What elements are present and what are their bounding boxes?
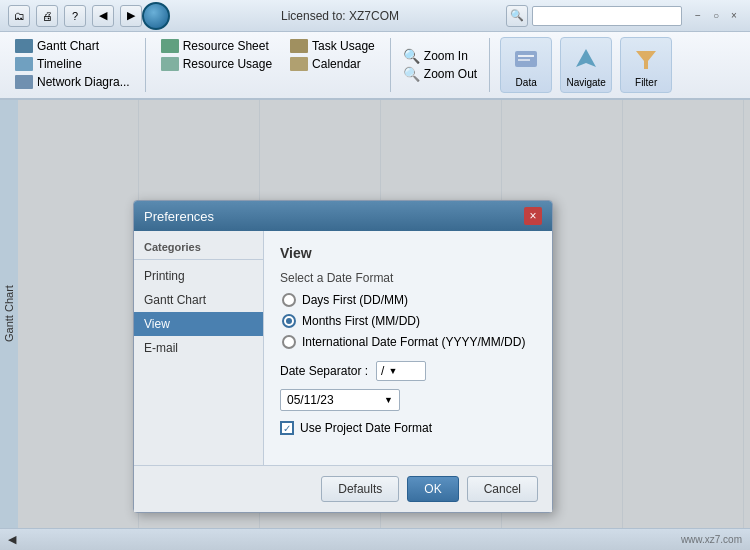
app-logo [142,2,170,30]
radio-group: Days First (DD/MM) Months First (MM/DD) [282,293,536,349]
svg-marker-3 [576,49,596,67]
date-preview-dropdown[interactable]: 05/11/23 ▼ [280,389,400,411]
navigate-button[interactable]: Navigate [560,37,612,93]
minimize-button[interactable]: − [690,8,706,24]
timeline-icon [15,57,33,71]
back-icon[interactable]: ◀ [92,5,114,27]
radio-circle-months-first [282,314,296,328]
view-group-right: Resource Sheet Resource Usage [154,36,279,94]
filter-icon [630,43,662,75]
defaults-button[interactable]: Defaults [321,476,399,502]
chevron-down-icon: ▼ [388,366,397,376]
section-title: View [280,245,536,261]
task-usage-item[interactable]: Task Usage [287,38,378,54]
gantt-chart-item[interactable]: Gantt Chart [12,38,102,54]
restore-button[interactable]: ○ [708,8,724,24]
cancel-button[interactable]: Cancel [467,476,538,502]
resource-sheet-item[interactable]: Resource Sheet [158,38,272,54]
radio-circle-intl [282,335,296,349]
checkmark-icon: ✓ [283,423,291,434]
dialog-overlay: Preferences × Categories Printing Gantt … [18,100,750,528]
svg-rect-2 [518,59,530,61]
view-group-tasks: Task Usage Calendar [283,36,382,94]
status-bar: ◀ www.xz7.com [0,528,750,550]
dialog-footer: Defaults OK Cancel [134,465,552,512]
side-label: Gantt Chart [0,100,18,528]
radio-days-first[interactable]: Days First (DD/MM) [282,293,536,307]
gantt-chart-icon [15,39,33,53]
network-diag-icon [15,75,33,89]
search-icon[interactable]: 🔍 [506,5,528,27]
category-gantt-chart[interactable]: Gantt Chart [134,288,263,312]
chevron-down-icon-preview: ▼ [384,395,393,405]
big-buttons-group: Data Navigate Filter [498,36,674,94]
svg-rect-1 [518,55,534,57]
date-separator-select[interactable]: / ▼ [376,361,426,381]
data-button[interactable]: Data [500,37,552,93]
network-diag-item[interactable]: Network Diagra... [12,74,133,90]
categories-label: Categories [134,241,263,260]
sub-title: Select a Date Format [280,271,536,285]
ribbon: Gantt Chart Timeline Network Diagra... R… [0,32,750,100]
print-icon[interactable]: 🖨 [36,5,58,27]
zoom-out-item[interactable]: 🔍 Zoom Out [403,66,477,82]
use-project-date-checkbox[interactable]: ✓ [280,421,294,435]
zoom-group: 🔍 Zoom In 🔍 Zoom Out [399,36,481,94]
timeline-item[interactable]: Timeline [12,56,85,72]
ok-button[interactable]: OK [407,476,458,502]
category-view[interactable]: View [134,312,263,336]
toolbar-icons: 🗂 🖨 ? ◀ ▶ [8,5,142,27]
calendar-item[interactable]: Calendar [287,56,364,72]
folder-icon[interactable]: 🗂 [8,5,30,27]
filter-button[interactable]: Filter [620,37,672,93]
use-project-date-row: ✓ Use Project Date Format [280,421,536,435]
dialog-main-content: View Select a Date Format Days First (DD… [264,231,552,465]
view-group-left: Gantt Chart Timeline Network Diagra... [8,36,137,94]
resource-usage-icon [161,57,179,71]
calendar-icon [290,57,308,71]
title-bar: 🗂 🖨 ? ◀ ▶ Licensed to: XZ7COM 🔍 − ○ × [0,0,750,32]
dialog-close-button[interactable]: × [524,207,542,225]
ribbon-separator-3 [489,38,490,92]
window-controls: − ○ × [690,8,742,24]
radio-intl-format[interactable]: International Date Format (YYYY/MM/DD) [282,335,536,349]
dialog-title-bar: Preferences × [134,201,552,231]
category-email[interactable]: E-mail [134,336,263,360]
watermark: www.xz7.com [681,534,742,545]
resource-usage-item[interactable]: Resource Usage [158,56,275,72]
forward-icon[interactable]: ▶ [120,5,142,27]
radio-circle-days-first [282,293,296,307]
resource-sheet-icon [161,39,179,53]
search-input[interactable] [532,6,682,26]
close-button[interactable]: × [726,8,742,24]
zoom-in-icon: 🔍 [403,48,420,64]
dialog-body: Categories Printing Gantt Chart View E-m… [134,231,552,465]
date-separator-row: Date Separator : / ▼ [280,361,536,381]
checkbox-label: Use Project Date Format [300,421,432,435]
radio-dot-months-first [286,318,292,324]
category-printing[interactable]: Printing [134,264,263,288]
status-right: www.xz7.com [681,534,742,545]
dialog-title: Preferences [144,209,214,224]
ribbon-separator-2 [390,38,391,92]
data-icon [510,43,542,75]
license-text: Licensed to: XZ7COM [174,9,506,23]
preferences-dialog: Preferences × Categories Printing Gantt … [133,200,553,513]
date-separator-label: Date Separator : [280,364,368,378]
zoom-in-item[interactable]: 🔍 Zoom In [403,48,477,64]
ribbon-separator-1 [145,38,146,92]
help-icon[interactable]: ? [64,5,86,27]
task-usage-icon [290,39,308,53]
status-left: ◀ [8,533,16,546]
radio-months-first[interactable]: Months First (MM/DD) [282,314,536,328]
zoom-out-icon: 🔍 [403,66,420,82]
content-area: Preferences × Categories Printing Gantt … [18,100,750,528]
navigate-icon [570,43,602,75]
dialog-sidebar: Categories Printing Gantt Chart View E-m… [134,231,264,465]
main-area: Gantt Chart Preferences × Categories Pri… [0,100,750,528]
